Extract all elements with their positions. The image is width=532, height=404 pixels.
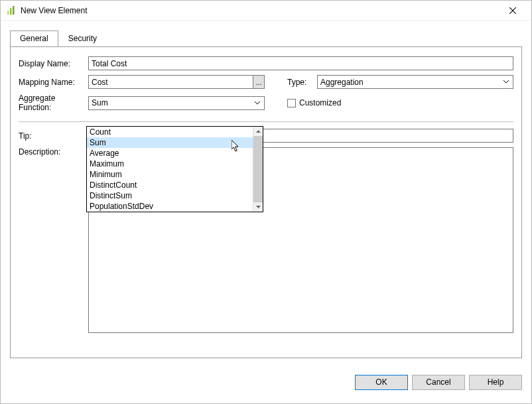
row-display-name: Display Name: <box>19 56 513 70</box>
type-combo-value: Aggregation <box>320 78 502 87</box>
type-label: Type: <box>287 78 317 87</box>
button-bar: OK Cancel Help <box>1 370 531 403</box>
scroll-down-icon[interactable] <box>253 202 263 212</box>
aggfn-label: Aggregate Function: <box>19 94 88 112</box>
checkbox-icon <box>287 99 296 107</box>
svg-rect-1 <box>10 8 12 15</box>
title-bar: New View Element <box>1 1 531 21</box>
svg-rect-2 <box>13 6 15 15</box>
dropdown-item[interactable]: Average <box>87 148 253 159</box>
chevron-down-icon <box>502 80 510 84</box>
scroll-up-icon[interactable] <box>253 127 263 136</box>
description-label: Description: <box>19 147 88 157</box>
dropdown-item[interactable]: DistinctSum <box>87 190 253 201</box>
chevron-down-icon <box>253 101 261 105</box>
window-title: New View Element <box>21 6 499 15</box>
aggfn-dropdown: Count Sum Average Maximum Minimum Distin… <box>86 126 263 212</box>
dialog-window: New View Element General Security Displa… <box>0 0 532 404</box>
dropdown-item[interactable]: PopulationStdDev <box>87 201 253 212</box>
dropdown-item[interactable]: DistinctCount <box>87 180 253 190</box>
ok-button[interactable]: OK <box>355 375 408 390</box>
app-icon <box>6 5 17 16</box>
display-name-label: Display Name: <box>19 59 88 68</box>
row-aggregate-function: Aggregate Function: Sum Customized <box>19 94 513 112</box>
dropdown-item[interactable]: Count <box>87 127 253 137</box>
tab-security[interactable]: Security <box>58 31 107 46</box>
help-button[interactable]: Help <box>469 375 522 390</box>
customized-label: Customized <box>299 98 341 107</box>
type-combo[interactable]: Aggregation <box>317 75 513 89</box>
mapping-browse-button[interactable]: ... <box>253 75 265 89</box>
mapping-name-label: Mapping Name: <box>19 78 88 87</box>
aggfn-combo-value: Sum <box>92 98 253 107</box>
divider <box>19 121 513 122</box>
tip-label: Tip: <box>19 131 88 141</box>
dropdown-item[interactable]: Maximum <box>87 159 253 169</box>
customized-checkbox[interactable]: Customized <box>287 98 341 107</box>
dropdown-item[interactable]: Sum <box>87 137 253 148</box>
tab-general[interactable]: General <box>10 31 58 47</box>
dropdown-list: Count Sum Average Maximum Minimum Distin… <box>87 127 253 212</box>
aggfn-combo[interactable]: Sum <box>88 96 265 110</box>
svg-rect-0 <box>7 11 9 15</box>
close-button[interactable] <box>499 1 526 20</box>
cancel-button[interactable]: Cancel <box>412 375 465 390</box>
dropdown-scrollbar[interactable] <box>253 127 263 212</box>
tab-bar: General Security <box>10 30 522 46</box>
dialog-content: General Security Display Name: Mapping N… <box>1 21 531 370</box>
scroll-thumb[interactable] <box>253 136 263 202</box>
display-name-input[interactable] <box>88 56 513 70</box>
row-mapping-name: Mapping Name: ... Type: Aggregation <box>19 75 513 89</box>
mapping-name-input[interactable] <box>88 75 253 89</box>
dropdown-item[interactable]: Minimum <box>87 169 253 180</box>
